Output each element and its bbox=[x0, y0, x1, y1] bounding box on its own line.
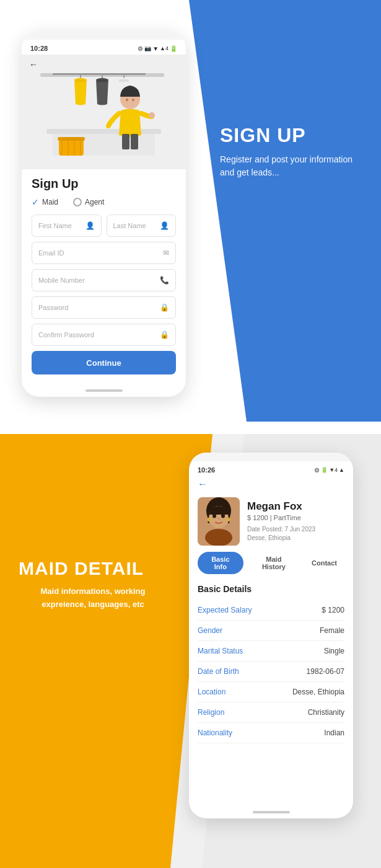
value-marital-status: Single bbox=[324, 647, 344, 655]
value-religion: Christianity bbox=[308, 708, 344, 717]
svg-rect-21 bbox=[122, 134, 129, 149]
svg-point-28 bbox=[212, 514, 216, 518]
password-placeholder: Password bbox=[38, 304, 68, 311]
signal-icon: ▲4 bbox=[160, 45, 169, 51]
maid-label: Maid bbox=[42, 198, 58, 206]
svg-point-31 bbox=[227, 518, 230, 521]
mobile-placeholder: Mobile Number bbox=[38, 277, 85, 284]
profile-date-posted: Date Posted: 7 Jun 2023 Desse, Ethiopia bbox=[247, 525, 344, 542]
signup-form: Sign Up ✓ Maid Agent First Name 👤 Last N… bbox=[22, 169, 186, 382]
label-religion: Religion bbox=[198, 708, 224, 717]
svg-rect-4 bbox=[76, 79, 85, 82]
agent-label: Agent bbox=[85, 198, 104, 206]
label-gender: Gender bbox=[198, 626, 222, 635]
profile-portrait-svg bbox=[198, 497, 240, 546]
detail-row-salary: Expected Salary $ 1200 bbox=[198, 600, 344, 621]
check-icon: ✓ bbox=[32, 197, 39, 207]
confirm-password-field[interactable]: Confirm Password 🔒 bbox=[32, 324, 176, 346]
lock-icon-2: 🔒 bbox=[160, 330, 169, 339]
back-nav[interactable]: ← bbox=[189, 476, 353, 492]
settings-icon-2: ⚙ bbox=[314, 467, 320, 474]
notch-area-2 bbox=[189, 453, 353, 461]
first-name-field[interactable]: First Name 👤 bbox=[32, 215, 102, 237]
detail-row-dob: Date of Birth 1982-06-07 bbox=[198, 662, 344, 682]
tab-basic-info[interactable]: Basic Info bbox=[198, 552, 243, 574]
email-field[interactable]: Email ID ✉ bbox=[32, 242, 176, 264]
back-arrow-icon[interactable]: ← bbox=[29, 60, 38, 69]
value-expected-salary: $ 1200 bbox=[322, 606, 344, 614]
status-time-bottom: 10:26 bbox=[198, 466, 215, 474]
svg-rect-22 bbox=[131, 134, 138, 149]
svg-rect-6 bbox=[97, 79, 107, 82]
svg-rect-11 bbox=[59, 138, 84, 156]
maid-detail-description: Maid informations, working expreience, l… bbox=[19, 585, 167, 611]
svg-point-26 bbox=[205, 529, 232, 546]
detail-row-marital: Marital Status Single bbox=[198, 641, 344, 662]
status-time: 10:28 bbox=[30, 45, 48, 52]
radio-maid[interactable]: ✓ Maid bbox=[32, 197, 58, 207]
battery-icon: 🔋 bbox=[170, 45, 177, 52]
camera-icon: 📷 bbox=[144, 45, 151, 51]
svg-rect-2 bbox=[53, 73, 146, 75]
svg-rect-9 bbox=[46, 129, 161, 134]
status-bar-top: 10:28 ⚙ 📷 ▼ ▲4 🔋 bbox=[22, 40, 186, 55]
details-section: Basic Details Expected Salary $ 1200 Gen… bbox=[189, 580, 353, 747]
last-name-placeholder: Last Name bbox=[113, 222, 146, 229]
email-icon: ✉ bbox=[163, 249, 169, 257]
continue-button[interactable]: Continue bbox=[32, 351, 176, 374]
password-field[interactable]: Password 🔒 bbox=[32, 296, 176, 319]
profile-location: Desse, Ethiopia bbox=[247, 534, 291, 541]
bottom-left-content: MAID DETAIL Maid informations, working e… bbox=[19, 558, 167, 611]
profile-info: Megan Fox $ 1200 | PartTime Date Posted:… bbox=[247, 500, 344, 542]
label-expected-salary: Expected Salary bbox=[198, 606, 252, 614]
profile-name: Megan Fox bbox=[247, 500, 344, 513]
phone-icon: 📞 bbox=[160, 276, 169, 285]
signup-description: Register and post your information and g… bbox=[220, 153, 362, 179]
svg-point-29 bbox=[221, 514, 225, 518]
tab-maid-history[interactable]: Maid History bbox=[247, 552, 300, 574]
svg-point-17 bbox=[149, 112, 155, 118]
home-indicator-2 bbox=[253, 811, 290, 813]
label-nationality: Nationality bbox=[198, 728, 232, 737]
label-marital-status: Marital Status bbox=[198, 647, 243, 655]
mobile-field[interactable]: Mobile Number 📞 bbox=[32, 269, 176, 291]
status-icons: ⚙ 📷 ▼ ▲4 🔋 bbox=[138, 45, 177, 52]
profile-photo bbox=[198, 497, 240, 546]
illustration-area: ← bbox=[22, 55, 186, 169]
signal-icon-2: ▲ bbox=[339, 467, 344, 473]
detail-row-location: Location Desse, Ethiopia bbox=[198, 682, 344, 702]
form-title: Sign Up bbox=[32, 177, 176, 191]
detail-row-religion: Religion Christianity bbox=[198, 702, 344, 723]
tab-bar: Basic Info Maid History Contact bbox=[198, 552, 344, 574]
email-placeholder: Email ID bbox=[38, 249, 64, 257]
radio-agent[interactable]: Agent bbox=[73, 198, 104, 206]
notch-area bbox=[22, 31, 186, 40]
home-indicator bbox=[85, 389, 123, 392]
person-icon-1: 👤 bbox=[85, 221, 95, 230]
continue-label: Continue bbox=[86, 358, 121, 368]
maid-detail-heading: MAID DETAIL bbox=[19, 558, 167, 579]
battery-icon-2: 🔋 bbox=[321, 467, 328, 473]
back-arrow-bottom: ← bbox=[198, 479, 208, 489]
svg-point-20 bbox=[132, 99, 134, 102]
detail-row-gender: Gender Female bbox=[198, 621, 344, 641]
lock-icon-1: 🔒 bbox=[160, 303, 169, 312]
svg-rect-12 bbox=[58, 137, 85, 141]
date-posted-text: Date Posted: 7 Jun 2023 bbox=[247, 526, 315, 533]
svg-point-30 bbox=[207, 518, 211, 521]
signup-heading: SIGN UP bbox=[220, 124, 362, 147]
last-name-field[interactable]: Last Name 👤 bbox=[107, 215, 177, 237]
profile-salary: $ 1200 | PartTime bbox=[247, 514, 344, 521]
radio-circle-agent bbox=[73, 198, 82, 206]
value-location: Desse, Ethiopia bbox=[292, 688, 344, 696]
radio-group: ✓ Maid Agent bbox=[32, 197, 176, 207]
person-icon-2: 👤 bbox=[160, 221, 169, 230]
tab-contact[interactable]: Contact bbox=[304, 552, 344, 574]
status-icons-bottom: ⚙ 🔋 ▼4 ▲ bbox=[314, 467, 344, 474]
svg-rect-8 bbox=[119, 79, 129, 82]
illustration-svg bbox=[22, 55, 186, 169]
confirm-password-placeholder: Confirm Password bbox=[38, 331, 94, 339]
value-date-of-birth: 1982-06-07 bbox=[307, 667, 344, 676]
maid-detail-phone: 10:26 ⚙ 🔋 ▼4 ▲ ← bbox=[189, 453, 353, 818]
settings-icon: ⚙ bbox=[138, 45, 143, 52]
